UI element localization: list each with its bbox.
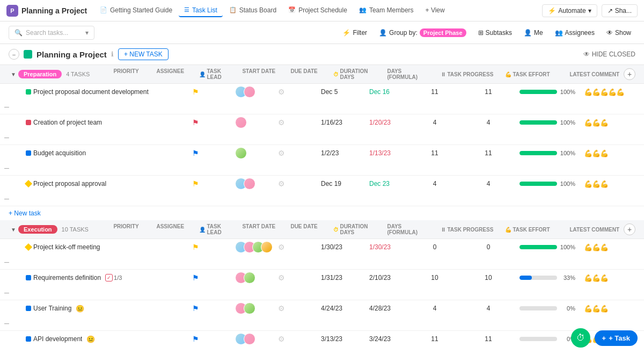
status-emoji: 😐 (76, 305, 84, 313)
execution-badge: Execution (18, 225, 57, 234)
table-row: Budget acquisition ⚑ ⚙ 1/2/23 1/13/23 11… (0, 145, 644, 176)
settings-icon[interactable]: ⚙ (278, 243, 285, 251)
tab-add-view[interactable]: + View (420, 4, 450, 17)
task-start-date: Dec 19 (317, 178, 365, 190)
task-progress: 100% (515, 178, 580, 189)
col-start-date: START DATE (238, 68, 286, 80)
subtasks-button[interactable]: ⊞ Subtasks (474, 27, 516, 39)
task-expand (0, 151, 21, 155)
new-task-button[interactable]: + NEW TASK (118, 48, 169, 60)
page-title: Planning a Project (36, 50, 107, 59)
settings-icon[interactable]: ⚙ (278, 335, 285, 343)
task-assignee (231, 114, 274, 131)
task-name-cell: Project proposal approval (21, 178, 188, 190)
task-color (25, 243, 32, 251)
execution-count: 10 TASKS (62, 226, 89, 233)
collapse-preparation-button[interactable]: ▼ (9, 69, 18, 79)
task-priority[interactable]: ⚑ (188, 241, 231, 254)
task-name: Project proposal document development (33, 88, 149, 96)
task-days-formula: 11 (462, 147, 515, 159)
task-duration: 10 (408, 272, 462, 284)
table-row: Project proposal document development ⚑ … (0, 84, 644, 114)
task-comment: – (0, 131, 21, 145)
task-name-cell: Project proposal document development (21, 86, 188, 98)
task-priority[interactable]: ⚑ (188, 271, 231, 284)
tab-project-schedule[interactable]: 📅 Project Schedule (283, 4, 353, 17)
task-priority[interactable]: ⚑ (188, 147, 231, 160)
col-due2: DUE DATE (286, 223, 329, 235)
settings-icon[interactable]: ⚙ (278, 88, 285, 96)
task-assignee (231, 145, 274, 161)
task-duration: 4 (408, 302, 462, 314)
preparation-badge: Preparation (18, 70, 62, 78)
task-start-date: 1/31/23 (317, 272, 365, 284)
subtask-count: 1/3 (114, 274, 122, 281)
task-progress: 0% (515, 334, 580, 344)
tab-task-list[interactable]: ☰ Task List (179, 4, 223, 17)
assignees-button[interactable]: 👥 Assignees (551, 27, 599, 39)
task-priority[interactable]: ⚑ (188, 85, 231, 98)
col-start2: START DATE (238, 223, 286, 235)
task-comment: – (0, 100, 21, 114)
top-nav: P Planning a Project 📄 Getting Started G… (0, 0, 644, 21)
task-start-date: 1/30/23 (317, 241, 365, 253)
col-formula2: DAYS (FORMULA) (383, 223, 436, 235)
settings-icon[interactable]: ⚙ (278, 179, 285, 188)
task-color (26, 275, 31, 280)
task-due-date: 3/24/23 (365, 333, 408, 345)
fab-area: ⏱ + + Task (571, 328, 638, 348)
col-progress2: ⏸TASK PROGRESS (436, 223, 501, 235)
task-name-cell: Project kick-off meeting (21, 241, 188, 253)
collapse-button[interactable]: – (9, 49, 19, 60)
settings-icon[interactable]: ⚙ (278, 149, 285, 157)
filter-button[interactable]: ⚡ Filter (338, 27, 371, 39)
show-button[interactable]: 👁 Show (602, 27, 635, 39)
automate-button[interactable]: ⚡ Automate ▾ (542, 4, 597, 17)
search-box[interactable]: 🔍 Search tasks... ▾ (9, 26, 94, 40)
task-start-date: Dec 5 (317, 86, 365, 98)
task-color (26, 89, 31, 95)
collapse-execution-button[interactable]: ▼ (9, 225, 18, 234)
flag-icon: ⚑ (192, 179, 199, 188)
col-assignee2: ASSIGNEE (152, 223, 195, 235)
add-task-fab-button[interactable]: + + Task (595, 330, 638, 346)
section-add-button[interactable]: + (624, 68, 635, 80)
tab-getting-started[interactable]: 📄 Getting Started Guide (94, 4, 178, 17)
subtask-checkbox: ✓ (105, 274, 113, 281)
task-name-cell: Creation of project team (21, 117, 188, 128)
table-row: Project proposal approval ⚑ ⚙ Dec 19 Dec… (0, 176, 644, 206)
settings-icon[interactable]: ⚙ (278, 118, 285, 127)
tab-team-members[interactable]: 👥 Team Members (354, 4, 419, 17)
chevron-down-icon: ▾ (85, 29, 89, 37)
logo-icon: P (6, 5, 18, 17)
tab-status-board[interactable]: 📋 Status Board (224, 4, 282, 17)
me-button[interactable]: 👤 Me (519, 27, 547, 39)
filter-icon: ⚡ (342, 29, 350, 37)
task-color (26, 306, 31, 311)
share-icon: ↗ (608, 7, 613, 15)
hide-closed-button[interactable]: 👁 HIDE CLOSED (583, 50, 635, 58)
avatar-group (235, 86, 255, 98)
task-name: User Training (33, 305, 71, 312)
task-days-formula: 11 (462, 333, 515, 345)
task-priority[interactable]: ⚑ (188, 177, 231, 190)
settings-icon[interactable]: ⚙ (278, 304, 285, 313)
task-progress: 100% (515, 148, 580, 158)
flag-icon: ⚑ (192, 304, 199, 313)
add-task-preparation[interactable]: + New task (0, 206, 644, 220)
task-priority[interactable]: ⚑ (188, 116, 231, 129)
task-priority[interactable]: ⚑ (188, 302, 231, 315)
col-duration: ⏱DURATION DAYS (329, 68, 383, 80)
info-icon[interactable]: ℹ (111, 50, 114, 58)
share-button[interactable]: ↗ Sha... (602, 4, 638, 17)
search-icon: 🔍 (14, 29, 23, 37)
calendar-icon: 📅 (288, 6, 296, 13)
avatar-group (235, 117, 247, 128)
settings-icon[interactable]: ⚙ (278, 273, 285, 282)
task-due-date: 1/20/23 (365, 117, 408, 128)
task-effort: 💪💪💪💪💪 (580, 86, 644, 98)
task-priority[interactable]: ⚑ (188, 333, 231, 345)
group-by-button[interactable]: 👤 Group by: Project Phase (375, 26, 470, 39)
section-execution-add[interactable]: + (624, 223, 635, 235)
timer-fab-button[interactable]: ⏱ (571, 328, 590, 348)
